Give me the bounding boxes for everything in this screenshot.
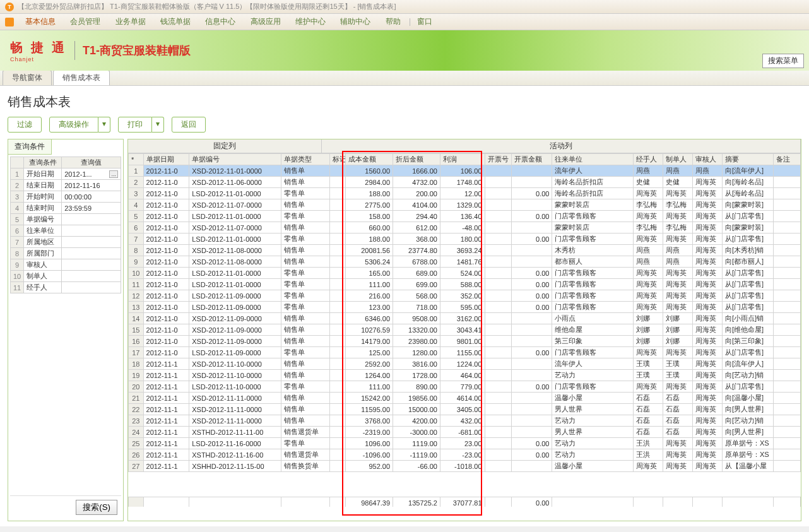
brand-sub: Chanjet	[10, 56, 67, 62]
advanced-caret-icon[interactable]: ▾	[98, 117, 110, 133]
col-cost[interactable]: 成本金额	[346, 154, 393, 165]
menu-item[interactable]: 信息中心	[199, 15, 242, 28]
menu-item[interactable]: 帮助	[379, 15, 407, 28]
col-handler[interactable]: 经手人	[633, 154, 663, 165]
cond-rownum: 8	[11, 248, 24, 259]
search-menu-button[interactable]: 搜索菜单	[762, 54, 804, 68]
col-party[interactable]: 往来单位	[552, 154, 633, 165]
col-maker[interactable]: 制单人	[663, 154, 692, 165]
advanced-button[interactable]: 高级操作	[49, 117, 98, 133]
table-row[interactable]: 142012-11-0XSD-2012-11-09-0000销售单 6346.0…	[129, 313, 801, 324]
menu-item[interactable]: 高级应用	[244, 15, 287, 28]
cond-key[interactable]: 所属部门	[24, 248, 62, 259]
col-date[interactable]: 单据日期	[143, 154, 189, 165]
col-star[interactable]: *	[129, 154, 144, 165]
table-row[interactable]: 62012-11-0XSD-2012-11-07-0000销售单 660.006…	[129, 222, 801, 233]
cond-value[interactable]: 00:00:00	[62, 191, 121, 203]
cond-key[interactable]: 经手人	[24, 282, 62, 293]
table-row[interactable]: 272012-11-1XSHHD-2012-11-15-00销售换货单 952.…	[129, 461, 801, 472]
totals-row: 98647.39135725.237077.81 0.00	[129, 497, 801, 507]
table-row[interactable]: 232012-11-1XSD-2012-11-11-0000销售单 3768.0…	[129, 415, 801, 427]
table-row[interactable]: 32012-11-0LSD-2012-11-01-0000零售单 188.002…	[129, 188, 801, 199]
brand-divider	[74, 41, 75, 60]
back-button[interactable]: 返回	[172, 117, 206, 133]
cond-rownum: 10	[11, 271, 24, 282]
filter-button[interactable]: 过滤	[8, 117, 42, 133]
tab-sales-cost[interactable]: 销售成本表	[53, 70, 110, 85]
cond-rownum: 5	[11, 214, 24, 225]
col-docno[interactable]: 单据编号	[189, 154, 281, 165]
col-invamt[interactable]: 开票金额	[512, 154, 552, 165]
cond-key[interactable]: 审核人	[24, 259, 62, 271]
table-row[interactable]: 112012-11-0LSD-2012-11-01-0000零售单 111.00…	[129, 279, 801, 290]
cond-value[interactable]	[62, 225, 121, 237]
tab-nav[interactable]: 导航窗体	[3, 70, 52, 85]
col-invno[interactable]: 开票号	[485, 154, 512, 165]
col-summary[interactable]: 摘要	[722, 154, 773, 165]
cond-key[interactable]: 开始日期	[24, 168, 62, 180]
table-row[interactable]: 182012-11-1XSD-2012-11-10-0000销售单 2592.0…	[129, 358, 801, 370]
table-row[interactable]: 42012-11-0XSD-2012-11-07-0000销售单 2775.00…	[129, 199, 801, 211]
search-button[interactable]: 搜索(S)	[76, 500, 117, 515]
brand-product: T1-商贸宝服装鞋帽版	[83, 43, 191, 58]
table-row[interactable]: 72012-11-0LSD-2012-11-01-0000零售单 188.003…	[129, 233, 801, 245]
table-row[interactable]: 222012-11-1XSD-2012-11-11-0000销售单 11595.…	[129, 404, 801, 415]
cond-key[interactable]: 制单人	[24, 271, 62, 282]
table-row[interactable]: 252012-11-1LSD-2012-11-16-0000零售单 1096.0…	[129, 438, 801, 449]
cond-key[interactable]: 所属地区	[24, 237, 62, 248]
cond-value[interactable]	[62, 259, 121, 271]
cond-key[interactable]: 往来单位	[24, 225, 62, 237]
cond-key[interactable]: 结束日期	[24, 180, 62, 191]
col-mark[interactable]: 标记	[329, 154, 346, 165]
print-caret-icon[interactable]: ▾	[152, 117, 164, 133]
query-tab[interactable]: 查询条件	[8, 139, 52, 155]
cond-header-key[interactable]: 查询条件	[24, 157, 62, 168]
table-row[interactable]: 102012-11-0LSD-2012-11-01-0000零售单 165.00…	[129, 268, 801, 279]
table-row[interactable]: 172012-11-0LSD-2012-11-09-0000零售单 125.00…	[129, 347, 801, 358]
cond-header-val[interactable]: 查询值	[62, 157, 121, 168]
cond-value[interactable]	[62, 282, 121, 293]
table-row[interactable]: 212012-11-1XSD-2012-11-11-0000销售单 15242.…	[129, 393, 801, 404]
menu-item[interactable]: 辅助中心	[334, 15, 377, 28]
col-auditor[interactable]: 审核人	[692, 154, 722, 165]
menu-item[interactable]: 窗口	[411, 15, 439, 28]
col-remark[interactable]: 备注	[774, 154, 801, 165]
table-row[interactable]: 12012-11-0XSD-2012-11-01-0000销售单 1560.00…	[129, 165, 801, 177]
table-row[interactable]: 202012-11-1LSD-2012-11-10-0000零售单 111.00…	[129, 381, 801, 393]
cond-value[interactable]: 23:59:59	[62, 203, 121, 214]
menu-item[interactable]: 钱流单据	[154, 15, 197, 28]
ellipsis-button[interactable]: ...	[109, 170, 118, 178]
table-row[interactable]: 192012-11-1XSD-2012-11-10-0000销售单 1264.0…	[129, 370, 801, 381]
title-text: 【北京爱盟外贸品牌折扣店】 T1-商贸宝服装鞋帽体验版（客户端 V 11.5）【…	[18, 2, 396, 11]
col-doctype[interactable]: 单据类型	[281, 154, 329, 165]
table-row[interactable]: 52012-11-0LSD-2012-11-01-0000零售单 158.002…	[129, 211, 801, 222]
cond-rownum: 2	[11, 180, 24, 191]
menu-item[interactable]: 业务单据	[109, 15, 152, 28]
cond-value[interactable]: 2012-1......	[62, 168, 121, 180]
table-row[interactable]: 22012-11-0XSD-2012-11-06-0000销售单 2984.00…	[129, 177, 801, 188]
cond-value[interactable]	[62, 214, 121, 225]
cond-value[interactable]	[62, 271, 121, 282]
table-row[interactable]: 152012-11-0XSD-2012-11-09-0000销售单 10276.…	[129, 324, 801, 336]
cond-value[interactable]: 2012-11-16	[62, 180, 121, 191]
cond-key[interactable]: 单据编号	[24, 214, 62, 225]
col-discount[interactable]: 折后金额	[393, 154, 440, 165]
menu-bar: 基本信息 会员管理 业务单据 钱流单据 信息中心 高级应用 维护中心 辅助中心 …	[0, 14, 809, 30]
table-row[interactable]: 162012-11-0XSD-2012-11-09-0000销售单 14179.…	[129, 336, 801, 347]
table-row[interactable]: 242012-11-1XSTHD-2012-11-11-00销售退货单 -231…	[129, 427, 801, 438]
table-row[interactable]: 92012-11-0XSD-2012-11-08-0000销售单 5306.24…	[129, 256, 801, 268]
table-row[interactable]: 82012-11-0XSD-2012-11-08-0000销售单 20081.5…	[129, 245, 801, 256]
menu-item[interactable]: 基本信息	[19, 15, 62, 28]
table-row[interactable]: 262012-11-1XSTHD-2012-11-16-00销售退货单 -109…	[129, 449, 801, 461]
table-row[interactable]: 122012-11-0LSD-2012-11-09-0000零售单 216.00…	[129, 290, 801, 302]
cond-value[interactable]	[62, 248, 121, 259]
cond-rownum: 4	[11, 203, 24, 214]
print-button[interactable]: 打印	[118, 117, 152, 133]
col-profit[interactable]: 利润	[440, 154, 485, 165]
menu-item[interactable]: 会员管理	[64, 15, 107, 28]
cond-value[interactable]	[62, 237, 121, 248]
menu-item[interactable]: 维护中心	[289, 15, 332, 28]
cond-key[interactable]: 开始时间	[24, 191, 62, 203]
table-row[interactable]: 132012-11-0LSD-2012-11-09-0000零售单 123.00…	[129, 302, 801, 313]
cond-key[interactable]: 结束时间	[24, 203, 62, 214]
